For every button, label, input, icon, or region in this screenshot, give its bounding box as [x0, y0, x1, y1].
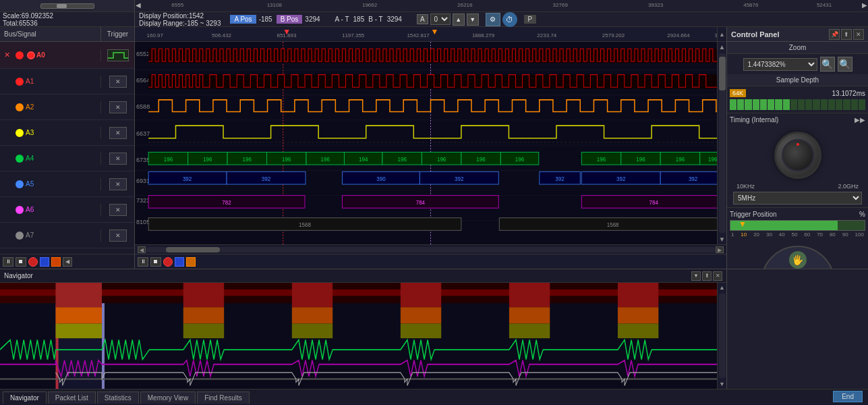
svg-text:392: 392 [183, 176, 192, 182]
signal-row-a7: A7 ✕ [0, 223, 134, 248]
trigger-pos-bar[interactable]: ▼ [730, 220, 865, 231]
nav-float-btn[interactable]: ⬆ [702, 271, 712, 281]
a4-trig-btn[interactable]: ✕ [109, 153, 127, 165]
sample-64k-btn[interactable]: 64K [730, 89, 746, 97]
a2-trig-btn[interactable]: ✕ [109, 101, 127, 113]
wave-ctrl-pause[interactable]: ⏸ [138, 257, 148, 267]
a5-trig-btn[interactable]: ✕ [109, 178, 127, 190]
selector-up-btn[interactable]: ▲ [453, 14, 465, 26]
a1-trig-btn[interactable]: ✕ [109, 76, 127, 88]
svg-text:392: 392 [455, 176, 464, 182]
zoom-in-btn[interactable]: 🔍 [838, 57, 852, 72]
sample-depth-title: Sample Depth [727, 74, 868, 86]
ruler-tick-1542: 1542.817 [407, 32, 429, 38]
svg-rect-80 [56, 283, 102, 307]
scroll-left-arrow[interactable]: ◀ [136, 1, 141, 9]
a2-label[interactable]: A2 [26, 103, 100, 111]
bottom-area: Navigator ▼ ⬆ ✕ [0, 269, 868, 389]
bottom-tab-status-row: Navigator Packet List Statistics Memory … [0, 389, 868, 404]
nav-vscroll-track[interactable] [719, 294, 726, 378]
wave-vscrollbar[interactable]: ▲ ▼ [717, 42, 726, 244]
p-label: P [524, 15, 537, 24]
panel-stop-btn[interactable]: ⏹ [16, 257, 26, 267]
a-selector-dropdown[interactable]: 012 [430, 14, 451, 25]
vscroll-track[interactable] [719, 53, 726, 233]
wave-canvas[interactable]: 6552 6564 6588 6637 6735 [135, 42, 726, 244]
nav-minimize-btn[interactable]: ▼ [691, 271, 701, 281]
timing-section: Timing (Internal) ▶▶ [727, 113, 868, 126]
b-pos-button[interactable]: B Pos [277, 15, 303, 24]
knob-section: 10KHz 2.0GHz 5MHz [727, 126, 868, 207]
knob[interactable] [774, 132, 821, 179]
a7-trig-btn[interactable]: ✕ [109, 230, 127, 242]
a5-label[interactable]: A5 [26, 180, 100, 188]
clock-icon: ⏱ [502, 12, 517, 27]
signal-panel-controls: ⏸ ⏹ ◀ [0, 254, 134, 269]
zoom-select[interactable]: 1.4473382% [743, 58, 817, 71]
a3-label[interactable]: A3 [26, 129, 100, 136]
zoom-out-btn[interactable]: 🔍 [820, 57, 835, 72]
scroll-right-arrow[interactable]: ▶ [862, 1, 867, 9]
tick-4: 26216 [457, 2, 472, 8]
a0-trig-wave[interactable] [107, 49, 129, 61]
total-label: Total: [3, 20, 19, 27]
a6-trig-btn[interactable]: ✕ [109, 204, 127, 216]
nav-preview[interactable]: ▲ ▼ [0, 283, 726, 389]
tab-statistics[interactable]: Statistics [97, 392, 139, 404]
freq-select[interactable]: 5MHz [733, 192, 862, 205]
config-btn[interactable]: ⚙ [486, 13, 500, 26]
nav-wheel: 🖐 ▶ ↻ ⏩ ▶ [761, 246, 835, 269]
a-pos-button[interactable]: A Pos [230, 15, 256, 24]
a1-label[interactable]: A1 [26, 78, 100, 85]
timing-arrows[interactable]: ▶▶ [855, 116, 865, 124]
a0-x-btn[interactable]: ✕ [0, 42, 13, 68]
panel-trigger-btn[interactable] [51, 257, 61, 267]
wave-hscrollbar[interactable]: ◀ ▶ [135, 244, 726, 254]
panel-record-btn[interactable] [28, 257, 38, 267]
nav-vscroll-up[interactable]: ▲ [718, 283, 726, 292]
vscroll-top-btn[interactable]: ▲ [719, 31, 725, 38]
bt-value: 3294 [387, 16, 402, 23]
tab-navigator[interactable]: Navigator [3, 392, 47, 404]
ruler-tick-2579: 2579.202 [602, 32, 625, 38]
wave-ctrl-stop[interactable]: ⏹ [150, 257, 161, 267]
signal-panel-header: Bus/Signal Trigger [0, 27, 134, 42]
selector-down-btn[interactable]: ▼ [467, 14, 479, 26]
a3-trig-btn[interactable]: ✕ [109, 127, 127, 139]
vscroll-down-btn[interactable]: ▼ [718, 234, 726, 244]
hscroll-track[interactable] [146, 247, 716, 252]
zoom-controls: 1.4473382% 🔍 🔍 [727, 54, 868, 74]
wave-ctrl-rec[interactable] [163, 257, 173, 267]
nav-up-btn[interactable]: 🖐 [789, 251, 807, 269]
a4-label[interactable]: A4 [26, 155, 100, 162]
wave-ctrl-blue[interactable] [175, 257, 184, 267]
cp-pin-btn[interactable]: 📌 [829, 29, 840, 40]
panel-setting-btn[interactable] [40, 257, 49, 267]
cp-close-btn[interactable]: ✕ [853, 29, 864, 40]
bt-label: B - T [368, 16, 382, 23]
tab-packet-list[interactable]: Packet List [48, 392, 96, 404]
nav-vscrollbar[interactable]: ▲ ▼ [717, 283, 726, 389]
cursor-b-marker[interactable]: ▼ [431, 27, 439, 36]
tab-find-results[interactable]: Find Results [197, 392, 250, 404]
trigger-marker[interactable]: ▼ [739, 219, 747, 229]
signal-row-a5: A5 ✕ [0, 171, 134, 197]
a6-label[interactable]: A6 [26, 206, 100, 213]
hscroll-thumb[interactable] [166, 247, 220, 252]
cp-float-btn[interactable]: ⬆ [841, 29, 852, 40]
nav-vscroll-down[interactable]: ▼ [718, 379, 726, 389]
hscroll-right-btn[interactable]: ▶ [716, 246, 724, 253]
svg-text:782: 782 [222, 200, 231, 206]
wave-ctrl-orange[interactable] [186, 257, 196, 267]
panel-scroll-left[interactable]: ◀ [63, 257, 72, 267]
nav-close-btn[interactable]: ✕ [713, 271, 722, 281]
tab-memory-view[interactable]: Memory View [140, 392, 196, 404]
a0-label[interactable]: A0 [36, 51, 100, 59]
panel-play-btn[interactable]: ⏸ [3, 257, 13, 267]
vscroll-up-btn[interactable]: ▲ [718, 42, 726, 52]
a7-label[interactable]: A7 [26, 232, 100, 239]
vscroll-thumb[interactable] [719, 57, 726, 90]
svg-text:1568: 1568 [299, 222, 311, 228]
navigator-title: Navigator [4, 272, 33, 279]
hscroll-left-btn[interactable]: ◀ [138, 246, 146, 253]
